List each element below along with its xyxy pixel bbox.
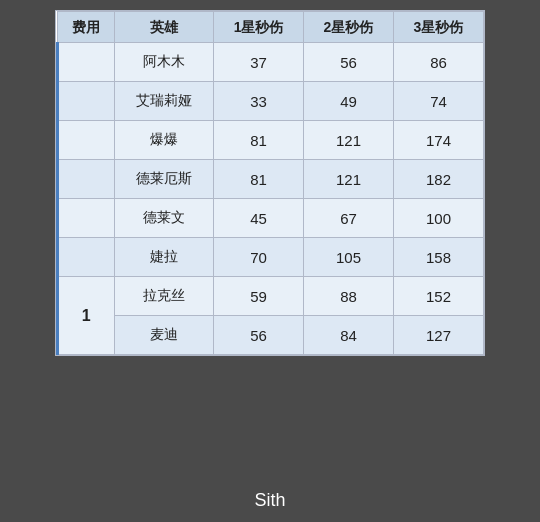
stat-dmg1: 45 bbox=[214, 199, 304, 238]
hero-name: 德莱文 bbox=[114, 199, 213, 238]
stat-dmg1: 56 bbox=[214, 316, 304, 355]
stat-dmg3: 182 bbox=[394, 160, 484, 199]
stat-dmg3: 86 bbox=[394, 43, 484, 82]
col-dmg1: 1星秒伤 bbox=[214, 12, 304, 43]
stat-dmg2: 121 bbox=[304, 121, 394, 160]
stat-dmg1: 37 bbox=[214, 43, 304, 82]
table-row: 德莱文4567100 bbox=[58, 199, 484, 238]
main-table-container: 费用 英雄 1星秒伤 2星秒伤 3星秒伤 阿木木375686艾瑞莉娅334974… bbox=[55, 10, 485, 356]
stat-dmg1: 33 bbox=[214, 82, 304, 121]
hero-name: 德莱厄斯 bbox=[114, 160, 213, 199]
stat-dmg2: 56 bbox=[304, 43, 394, 82]
stat-dmg3: 158 bbox=[394, 238, 484, 277]
table-row: 1拉克丝5988152 bbox=[58, 277, 484, 316]
stat-dmg2: 105 bbox=[304, 238, 394, 277]
stat-dmg3: 152 bbox=[394, 277, 484, 316]
hero-name: 爆爆 bbox=[114, 121, 213, 160]
hero-name: 阿木木 bbox=[114, 43, 213, 82]
cost-cell bbox=[58, 160, 115, 199]
col-hero: 英雄 bbox=[114, 12, 213, 43]
cost-cell bbox=[58, 199, 115, 238]
stat-dmg1: 81 bbox=[214, 160, 304, 199]
stat-dmg3: 174 bbox=[394, 121, 484, 160]
table-row: 爆爆81121174 bbox=[58, 121, 484, 160]
stat-dmg1: 81 bbox=[214, 121, 304, 160]
stat-dmg3: 127 bbox=[394, 316, 484, 355]
stat-dmg1: 70 bbox=[214, 238, 304, 277]
header-row: 费用 英雄 1星秒伤 2星秒伤 3星秒伤 bbox=[58, 12, 484, 43]
hero-name: 艾瑞莉娅 bbox=[114, 82, 213, 121]
cost-cell bbox=[58, 43, 115, 82]
col-dmg3: 3星秒伤 bbox=[394, 12, 484, 43]
bottom-label: Sith bbox=[0, 478, 540, 522]
cost-cell bbox=[58, 82, 115, 121]
stat-dmg3: 74 bbox=[394, 82, 484, 121]
stat-dmg2: 49 bbox=[304, 82, 394, 121]
table-row: 德莱厄斯81121182 bbox=[58, 160, 484, 199]
stat-dmg2: 121 bbox=[304, 160, 394, 199]
stat-dmg2: 67 bbox=[304, 199, 394, 238]
hero-name: 拉克丝 bbox=[114, 277, 213, 316]
hero-name: 麦迪 bbox=[114, 316, 213, 355]
data-table: 费用 英雄 1星秒伤 2星秒伤 3星秒伤 阿木木375686艾瑞莉娅334974… bbox=[56, 11, 484, 355]
cost-cell: 1 bbox=[58, 277, 115, 355]
stat-dmg1: 59 bbox=[214, 277, 304, 316]
table-row: 艾瑞莉娅334974 bbox=[58, 82, 484, 121]
col-cost: 费用 bbox=[58, 12, 115, 43]
stat-dmg3: 100 bbox=[394, 199, 484, 238]
cost-cell bbox=[58, 238, 115, 277]
table-row: 婕拉70105158 bbox=[58, 238, 484, 277]
cost-cell bbox=[58, 121, 115, 160]
stat-dmg2: 88 bbox=[304, 277, 394, 316]
stat-dmg2: 84 bbox=[304, 316, 394, 355]
col-dmg2: 2星秒伤 bbox=[304, 12, 394, 43]
table-row: 麦迪5684127 bbox=[58, 316, 484, 355]
table-row: 阿木木375686 bbox=[58, 43, 484, 82]
hero-name: 婕拉 bbox=[114, 238, 213, 277]
